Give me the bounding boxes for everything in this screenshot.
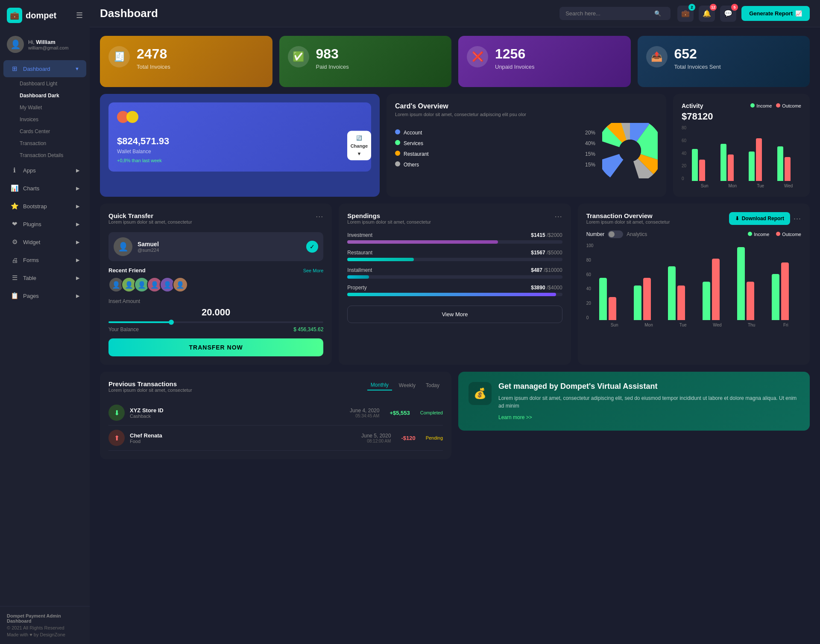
tx-status-2: Pending bbox=[426, 435, 443, 440]
spending-property-header: Property $3890 /$4000 bbox=[347, 285, 562, 291]
tx-info-2: Chef Renata Food bbox=[130, 432, 162, 444]
sidebar-subitem-cards-center[interactable]: Cards Center bbox=[0, 125, 90, 137]
tx-status-1: Completed bbox=[420, 410, 443, 415]
user-email: william@gmail.com bbox=[28, 45, 68, 50]
sidebar-subitem-my-wallet[interactable]: My Wallet bbox=[0, 102, 90, 114]
message-icon-btn[interactable]: 💬 5 bbox=[720, 6, 736, 22]
pt-title: Previous Transactions bbox=[108, 380, 192, 388]
chevron-down-icon: ▼ bbox=[357, 151, 361, 156]
pt-tab-today[interactable]: Today bbox=[422, 381, 443, 390]
quick-transfer-more-icon[interactable]: ··· bbox=[316, 212, 323, 221]
rf-avatar-6[interactable]: 👤 bbox=[173, 277, 188, 292]
pt-tab-weekly[interactable]: Weekly bbox=[395, 381, 419, 390]
sidebar: 💼 dompet ☰ 👤 Hi, William william@gmail.c… bbox=[0, 0, 90, 644]
to-tab-number[interactable]: Number bbox=[586, 231, 605, 237]
sidebar-item-table[interactable]: ☰ Table ▶ bbox=[3, 269, 86, 286]
rf-avatars: 👤 👤 👤 👤 👤 👤 bbox=[108, 277, 323, 292]
see-more-link[interactable]: See More bbox=[303, 268, 324, 273]
overview-title: Card's Overview bbox=[395, 102, 658, 110]
spending-item-installment: Installment $487 /$10000 bbox=[347, 267, 562, 279]
hamburger-icon[interactable]: ☰ bbox=[76, 11, 83, 20]
pt-tabs: Monthly Weekly Today bbox=[367, 380, 443, 390]
widget-arrow-icon: ▶ bbox=[76, 239, 79, 245]
sidebar-subitem-dashboard-dark[interactable]: Dashboard Dark bbox=[0, 90, 90, 102]
activity-x-labels: Sun Mon Tue Wed bbox=[682, 184, 801, 188]
spending-installment-track bbox=[347, 275, 562, 279]
sidebar-widget-label: Widget bbox=[23, 239, 40, 245]
unpaid-invoices-icon: ❌ bbox=[467, 46, 488, 67]
last-row: Previous Transactions Lorem ipsum dolor … bbox=[100, 372, 810, 459]
plugins-arrow-icon: ▶ bbox=[76, 221, 79, 227]
overview-item-restaurant: Restaurant 15% bbox=[395, 151, 595, 157]
download-report-button[interactable]: ⬇ Download Report bbox=[729, 212, 790, 225]
wallet-badge: 2 bbox=[688, 4, 695, 11]
sidebar-subitem-transaction[interactable]: Transaction bbox=[0, 137, 90, 149]
restaurant-dot bbox=[395, 151, 400, 156]
virtual-assistant-widget: 💰 Get managed by Dompet's Virtual Assist… bbox=[458, 372, 810, 431]
wallet-card-widget: $824,571.93 Wallet Balance +0,8% than la… bbox=[100, 94, 380, 197]
page-title: Dashboard bbox=[100, 7, 553, 20]
to-tab-analytics[interactable]: Analytics bbox=[627, 231, 647, 237]
sent-invoices-label: Total Invoices Sent bbox=[674, 64, 721, 70]
activity-header: Activity Income Outcome bbox=[682, 102, 801, 109]
dashboard-icon: ⊞ bbox=[10, 64, 19, 73]
to-more-icon[interactable]: ··· bbox=[794, 214, 801, 223]
user-profile: 👤 Hi, William william@gmail.com bbox=[0, 31, 90, 60]
unpaid-invoices-num: 1256 bbox=[495, 46, 535, 62]
avatar: 👤 bbox=[7, 36, 24, 53]
refresh-icon: 🔄 bbox=[356, 135, 362, 140]
sidebar-subitem-invoices[interactable]: Invoices bbox=[0, 114, 90, 125]
topbar-icons: 💼 2 🔔 12 💬 5 Generate Report 📈 bbox=[677, 6, 810, 22]
pt-header: Previous Transactions Lorem ipsum dolor … bbox=[108, 380, 443, 399]
pages-icon: 📋 bbox=[10, 291, 19, 300]
to-toggle[interactable] bbox=[608, 230, 623, 238]
change-button[interactable]: 🔄 Change ▼ bbox=[347, 131, 371, 160]
wallet-label: Wallet Balance bbox=[117, 149, 363, 154]
sidebar-item-dashboard[interactable]: ⊞ Dashboard ▼ bbox=[3, 60, 86, 77]
sidebar-item-bootstrap[interactable]: ⭐ Bootstrap ▶ bbox=[3, 198, 86, 215]
spending-restaurant-track bbox=[347, 258, 562, 261]
wallet-icon-btn[interactable]: 💼 2 bbox=[677, 6, 694, 22]
card-display: $824,571.93 Wallet Balance +0,8% than la… bbox=[108, 102, 371, 172]
generate-report-button[interactable]: Generate Report 📈 bbox=[741, 6, 810, 21]
plugins-icon: ❤ bbox=[10, 220, 19, 228]
sidebar-item-charts[interactable]: 📊 Charts ▶ bbox=[3, 180, 86, 197]
pt-tab-monthly[interactable]: Monthly bbox=[367, 380, 392, 390]
to-bar-thu-red bbox=[747, 282, 754, 320]
stat-card-sent-invoices: 📤 652 Total Invoices Sent bbox=[638, 36, 810, 87]
spending-investment-header: Investment $1415 /$2000 bbox=[347, 232, 562, 238]
spendings-more-icon[interactable]: ··· bbox=[555, 212, 562, 221]
table-icon: ☰ bbox=[10, 274, 19, 282]
va-learn-more-link[interactable]: Learn more >> bbox=[498, 414, 532, 420]
sidebar-item-apps[interactable]: ℹ Apps ▶ bbox=[3, 162, 86, 179]
sidebar-item-forms[interactable]: 🖨 Forms ▶ bbox=[3, 251, 86, 268]
card-balance: $824,571.93 bbox=[117, 136, 363, 147]
sidebar-item-plugins[interactable]: ❤ Plugins ▶ bbox=[3, 216, 86, 233]
bar-sun-green bbox=[692, 149, 698, 181]
tx-icon-2: ⬆ bbox=[108, 430, 125, 446]
amount-label: Insert Amount bbox=[108, 298, 323, 304]
search-input[interactable] bbox=[565, 10, 651, 17]
amount-slider[interactable] bbox=[108, 321, 323, 323]
view-more-button[interactable]: View More bbox=[347, 306, 562, 323]
bar-group-sun bbox=[692, 149, 716, 181]
spendings-desc: Lorem ipsum dolor sit amet, consectetur bbox=[347, 219, 431, 224]
sidebar-subitem-transaction-details[interactable]: Transaction Details bbox=[0, 149, 90, 161]
sidebar-item-pages[interactable]: 📋 Pages ▶ bbox=[3, 287, 86, 304]
total-invoices-label: Total Invoices bbox=[137, 64, 170, 70]
to-bar-mon-green bbox=[634, 286, 641, 320]
balance-value: $ 456,345.62 bbox=[293, 326, 323, 332]
sidebar-charts-label: Charts bbox=[23, 185, 39, 192]
search-icon: 🔍 bbox=[654, 10, 661, 17]
bell-icon-btn[interactable]: 🔔 12 bbox=[699, 6, 715, 22]
msg-badge: 5 bbox=[731, 4, 738, 11]
to-bar-fri-green bbox=[772, 274, 779, 320]
tx-icon-1: ⬇ bbox=[108, 405, 125, 421]
transfer-now-button[interactable]: TRANSFER NOW bbox=[108, 338, 323, 356]
card-logo bbox=[117, 111, 363, 123]
sidebar-subitem-dashboard-light[interactable]: Dashboard Light bbox=[0, 78, 90, 90]
spending-investment-track bbox=[347, 240, 562, 244]
overview-item-others: Others 15% bbox=[395, 161, 595, 168]
sidebar-item-widget[interactable]: ⚙ Widget ▶ bbox=[3, 233, 86, 251]
unpaid-invoices-label: Unpaid Invoices bbox=[495, 64, 535, 70]
